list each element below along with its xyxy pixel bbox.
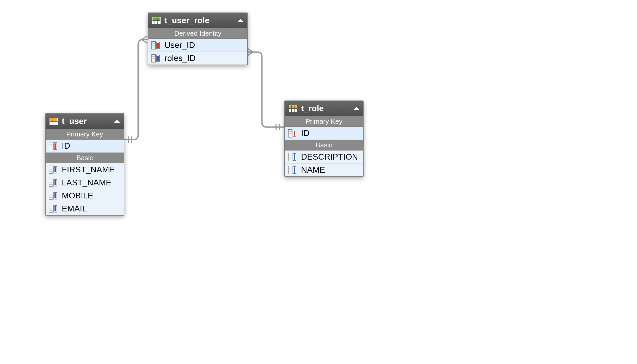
svg-rect-84 — [294, 154, 295, 160]
entity-titlebar[interactable]: t_role — [285, 101, 363, 116]
relation-role_to_user_role — [247, 52, 284, 127]
svg-rect-28 — [157, 56, 159, 61]
svg-rect-90 — [294, 167, 295, 173]
svg-rect-11 — [152, 17, 155, 20]
svg-line-8 — [247, 48, 253, 52]
column-name: User_ID — [164, 40, 244, 50]
column-name: FIRST_NAME — [62, 165, 121, 174]
column-name: DESCRIPTION — [301, 152, 360, 162]
relation-user_to_user_role — [124, 40, 147, 140]
svg-rect-65 — [54, 206, 56, 211]
svg-rect-31 — [52, 118, 55, 121]
column-icon — [151, 54, 161, 62]
section-label: Basic — [285, 140, 363, 150]
svg-rect-22 — [157, 43, 159, 48]
column-icon — [49, 205, 58, 213]
column-row-user_id[interactable]: User_ID — [148, 39, 247, 52]
pk-column-icon — [288, 129, 297, 137]
entity-titlebar[interactable]: t_user — [46, 114, 124, 129]
section-label: Primary Key — [46, 129, 124, 140]
svg-rect-69 — [294, 105, 297, 108]
column-row-description[interactable]: DESCRIPTION — [285, 150, 363, 164]
column-name: LAST_NAME — [62, 178, 121, 187]
column-row-id[interactable]: ID — [46, 140, 124, 153]
table-icon — [152, 17, 161, 24]
column-row-roles_id[interactable]: roles_ID — [148, 52, 247, 65]
section-label: Derived Identity — [148, 28, 247, 39]
collapse-icon[interactable] — [237, 19, 244, 22]
collapse-icon[interactable] — [353, 107, 359, 110]
pk-column-icon — [49, 142, 58, 150]
svg-line-7 — [247, 52, 253, 56]
column-name: NAME — [301, 165, 360, 175]
column-row-name[interactable]: NAME — [285, 164, 363, 176]
column-row-email[interactable]: EMAIL — [46, 202, 124, 215]
entity-role[interactable]: t_rolePrimary Key IDBasic DESCRIPTION NA… — [284, 101, 364, 177]
column-name: EMAIL — [62, 204, 121, 214]
entity-user[interactable]: t_userPrimary Key IDBasic FIRST_NAME LAS… — [45, 113, 124, 216]
column-icon — [288, 166, 297, 174]
column-icon — [49, 179, 58, 187]
er-diagram-canvas: t_user_roleDerived Identity User_ID role… — [0, 0, 637, 364]
table-icon — [49, 118, 58, 125]
svg-rect-13 — [158, 17, 160, 20]
column-icon — [288, 153, 297, 161]
column-name: MOBILE — [62, 191, 121, 200]
svg-rect-32 — [55, 118, 57, 121]
column-row-last_name[interactable]: LAST_NAME — [46, 176, 124, 189]
column-row-first_name[interactable]: FIRST_NAME — [46, 163, 124, 176]
svg-rect-47 — [54, 167, 56, 172]
svg-rect-67 — [289, 105, 291, 108]
collapse-icon[interactable] — [114, 120, 120, 123]
entity-title: t_user — [62, 116, 87, 126]
column-icon — [49, 192, 58, 200]
svg-rect-12 — [155, 17, 157, 20]
svg-line-3 — [142, 40, 147, 43]
svg-rect-53 — [54, 180, 56, 185]
svg-line-2 — [142, 36, 147, 40]
section-label: Primary Key — [285, 116, 363, 127]
svg-rect-78 — [294, 131, 295, 136]
entity-user_role[interactable]: t_user_roleDerived Identity User_ID role… — [148, 12, 248, 65]
entity-titlebar[interactable]: t_user_role — [148, 13, 247, 28]
column-row-mobile[interactable]: MOBILE — [46, 189, 124, 202]
column-icon — [49, 166, 58, 174]
table-icon — [289, 105, 297, 112]
pk-column-icon — [151, 41, 161, 49]
column-name: roles_ID — [164, 53, 244, 63]
column-name: ID — [301, 128, 360, 138]
column-name: ID — [62, 141, 121, 151]
svg-rect-41 — [54, 143, 56, 149]
svg-rect-30 — [50, 118, 52, 121]
section-label: Basic — [46, 153, 124, 163]
entity-title: t_user_role — [164, 16, 210, 25]
column-row-id[interactable]: ID — [285, 127, 363, 140]
svg-rect-59 — [54, 193, 56, 198]
entity-title: t_role — [301, 104, 324, 113]
svg-rect-68 — [292, 105, 294, 108]
